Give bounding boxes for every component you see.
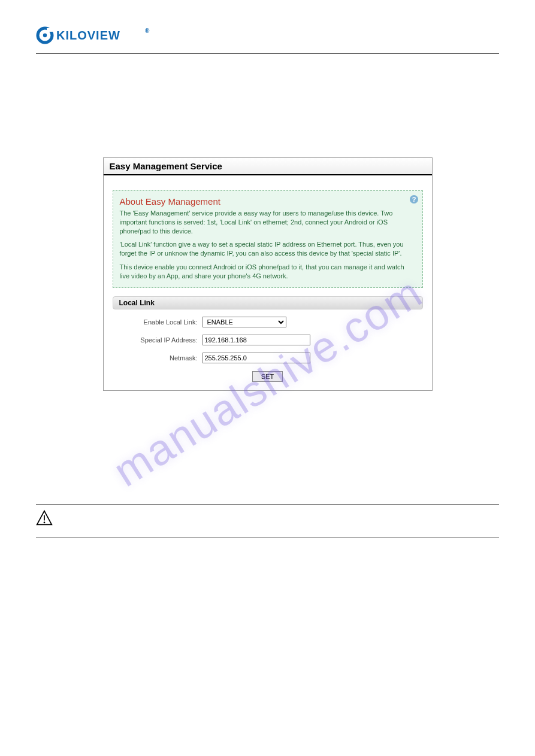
enable-local-link-select[interactable]: ENABLE [202,317,286,327]
netmask-label: Netmask: [104,354,202,362]
netmask-row: Netmask: [104,353,432,363]
svg-point-2 [43,34,47,37]
panel-title: Easy Management Service [104,158,432,175]
svg-text:KILOVIEW: KILOVIEW [56,29,120,42]
set-button[interactable]: SET [252,371,283,382]
enable-local-link-row: Enable Local Link: ENABLE [104,317,432,327]
help-icon: ? [409,195,419,204]
about-heading: About Easy Management [120,196,416,207]
special-ip-row: Special IP Address: [104,335,432,345]
post-paragraph-2: Android and iOS APP are still in develop… [36,481,499,493]
local-link-section: Local Link [113,296,423,309]
intro-paragraph-1: "Convenient management" is used for conv… [36,66,499,102]
special-ip-input[interactable] [202,335,310,345]
brand-logo-icon: KILOVIEW [36,26,144,44]
about-box: ? About Easy Management The 'Easy Manage… [113,190,423,288]
about-paragraph-3: This device enable you connect Android o… [120,263,416,281]
warning-box: When the decoder uses Ethernet, this add… [36,504,499,539]
special-ip-label: Special IP Address: [104,336,202,344]
warning-icon [36,509,56,532]
svg-rect-1 [47,28,53,32]
easy-management-panel: Easy Management Service ? About Easy Man… [103,157,433,391]
header: KILOVIEW ® [36,24,499,54]
intro-paragraph-2: "Local link" is bound with "Ethernet" ne… [36,110,499,146]
about-paragraph-2: 'Local Link' function give a way to set … [120,240,416,258]
svg-text:?: ? [412,196,416,203]
netmask-input[interactable] [202,353,310,363]
page-number: 22 [0,722,535,730]
post-paragraph-1: This function is mainly to prevent that … [36,400,499,473]
svg-point-7 [44,521,46,523]
warning-text: When the decoder uses Ethernet, this add… [56,509,499,532]
enable-local-link-label: Enable Local Link: [104,318,202,326]
about-paragraph-1: The 'Easy Management' service provide a … [120,209,416,236]
page: KILOVIEW ® "Convenient management" is us… [0,0,535,538]
registered-mark: ® [145,28,149,34]
